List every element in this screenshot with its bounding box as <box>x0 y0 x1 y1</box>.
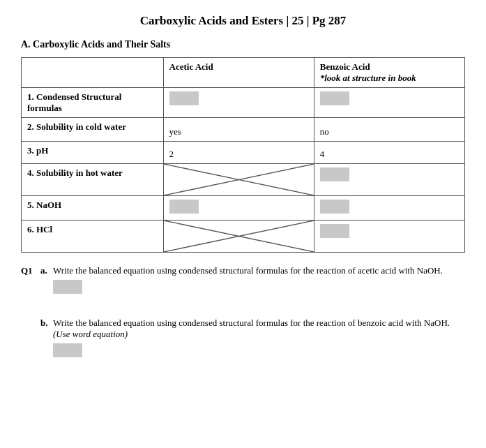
q1-number: Q1 <box>21 265 40 297</box>
gray-box-answer-a <box>53 280 82 294</box>
row3-acetic: 2 <box>163 142 314 164</box>
row4-acetic <box>163 164 314 196</box>
row3-benzoic-value: 4 <box>320 149 325 159</box>
row3-acetic-value: 2 <box>169 149 174 159</box>
q1b-letter: b. <box>40 318 53 340</box>
row4-benzoic <box>314 164 464 196</box>
row2-label: 2. Solubility in cold water <box>22 118 164 142</box>
row3-label: 3. pH <box>22 142 164 164</box>
row2-acetic: yes <box>163 118 314 142</box>
table-header-row: Acetic Acid Benzoic Acid *look at struct… <box>22 58 465 88</box>
row6-benzoic <box>314 221 464 253</box>
table-row: 4. Solubility in hot water <box>22 164 465 196</box>
header-benzoic-cell: Benzoic Acid *look at structure in book <box>314 58 464 88</box>
benzoic-header-label: Benzoic Acid <box>320 61 370 72</box>
q1a-row: a. Write the balanced equation using con… <box>40 265 443 276</box>
section-a-heading: A. Carboxylic Acids and Their Salts <box>21 39 465 50</box>
q1b-section: b. Write the balanced equation using con… <box>40 318 465 360</box>
gray-box <box>320 167 349 181</box>
carboxylic-acids-table: Acetic Acid Benzoic Acid *look at struct… <box>21 57 465 253</box>
row5-acetic <box>163 196 314 221</box>
row1-benzoic <box>314 88 464 118</box>
q1a-answer-area <box>53 280 443 297</box>
questions-section: Q1 a. Write the balanced equation using … <box>21 265 465 360</box>
row6-acetic <box>163 221 314 253</box>
q1b-text: Write the balanced equation using conden… <box>53 318 465 340</box>
x-cross-icon <box>164 164 314 195</box>
gray-box <box>320 224 349 238</box>
gray-box <box>320 200 349 214</box>
row4-label: 4. Solubility in hot water <box>22 164 164 196</box>
table-row: 6. HCl <box>22 221 465 253</box>
q1b-row: b. Write the balanced equation using con… <box>40 318 465 340</box>
table-row: 1. Condensed Structuralformulas <box>22 88 465 118</box>
benzoic-header-note: *look at structure in book <box>320 73 416 83</box>
table-row: 5. NaOH <box>22 196 465 221</box>
row3-benzoic: 4 <box>314 142 464 164</box>
header-label-cell <box>22 58 164 88</box>
acetic-header-label: Acetic Acid <box>169 61 213 72</box>
x-cross-icon <box>164 221 314 252</box>
gray-box-answer-b <box>53 343 82 357</box>
row6-label: 6. HCl <box>22 221 164 253</box>
row2-benzoic-value: no <box>320 126 329 137</box>
q1b-answer-area <box>53 343 465 360</box>
row5-label: 5. NaOH <box>22 196 164 221</box>
gray-box <box>169 91 199 105</box>
q1a-letter: a. <box>40 265 53 276</box>
q1-row: Q1 a. Write the balanced equation using … <box>21 265 465 297</box>
row2-benzoic: no <box>314 118 464 142</box>
row1-label: 1. Condensed Structuralformulas <box>22 88 164 118</box>
table-row: 2. Solubility in cold water yes no <box>22 118 465 142</box>
header-acetic-cell: Acetic Acid <box>163 58 314 88</box>
q1a-block: a. Write the balanced equation using con… <box>40 265 443 297</box>
row2-acetic-value: yes <box>169 126 181 137</box>
page-title: Carboxylic Acids and Esters | 25 | Pg 28… <box>21 14 465 28</box>
table-row: 3. pH 2 4 <box>22 142 465 164</box>
row1-acetic <box>163 88 314 118</box>
gray-box <box>169 200 199 214</box>
row5-benzoic <box>314 196 464 221</box>
q1b-note: (Use word equation) <box>53 329 128 339</box>
gray-box <box>320 91 349 105</box>
q1a-text: Write the balanced equation using conden… <box>53 265 443 276</box>
